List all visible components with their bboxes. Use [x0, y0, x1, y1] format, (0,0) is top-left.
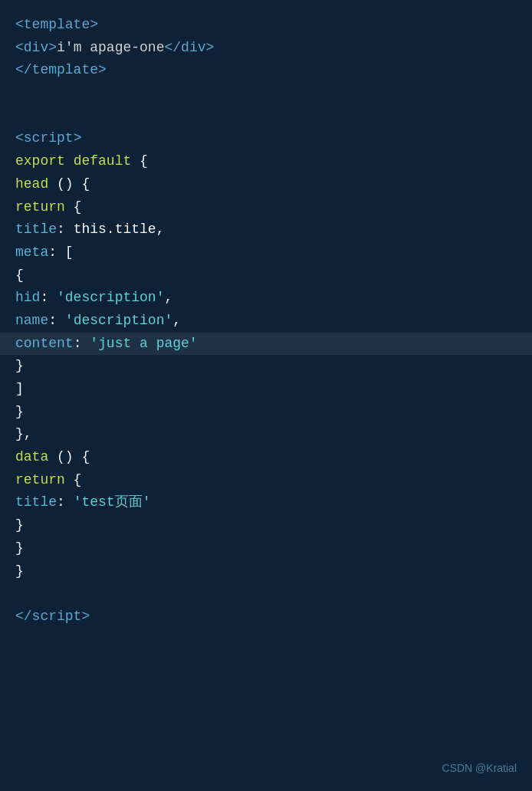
code-line: }	[0, 401, 532, 424]
code-editor: <template> <div>i'm apage-one</div></tem…	[0, 0, 532, 791]
code-line: return {	[0, 196, 532, 219]
code-line: },	[0, 423, 532, 446]
code-line: <div>i'm apage-one</div>	[0, 37, 532, 60]
code-line: </template>	[0, 59, 532, 82]
code-line	[0, 82, 532, 105]
code-line: <script>	[0, 127, 532, 150]
code-line: {	[0, 264, 532, 287]
code-line: ]	[0, 378, 532, 401]
code-line: head () {	[0, 173, 532, 196]
code-line: }	[0, 355, 532, 378]
code-line: return {	[0, 469, 532, 492]
code-line: }	[0, 560, 532, 583]
code-line: title: 'test页面'	[0, 491, 532, 514]
code-line: data () {	[0, 446, 532, 469]
code-line: name: 'description',	[0, 310, 532, 333]
code-line: title: this.title,	[0, 218, 532, 241]
code-line: export default {	[0, 150, 532, 173]
code-line: content: 'just a page'	[0, 333, 532, 356]
code-line: hid: 'description',	[0, 287, 532, 310]
code-line	[0, 105, 532, 128]
code-line: </script>	[0, 606, 532, 629]
code-line: meta: [	[0, 241, 532, 264]
code-line	[0, 583, 532, 606]
code-line: <template>	[0, 14, 532, 37]
code-line: }	[0, 514, 532, 537]
watermark: CSDN @Kratial	[442, 760, 517, 777]
code-line: }	[0, 537, 532, 560]
